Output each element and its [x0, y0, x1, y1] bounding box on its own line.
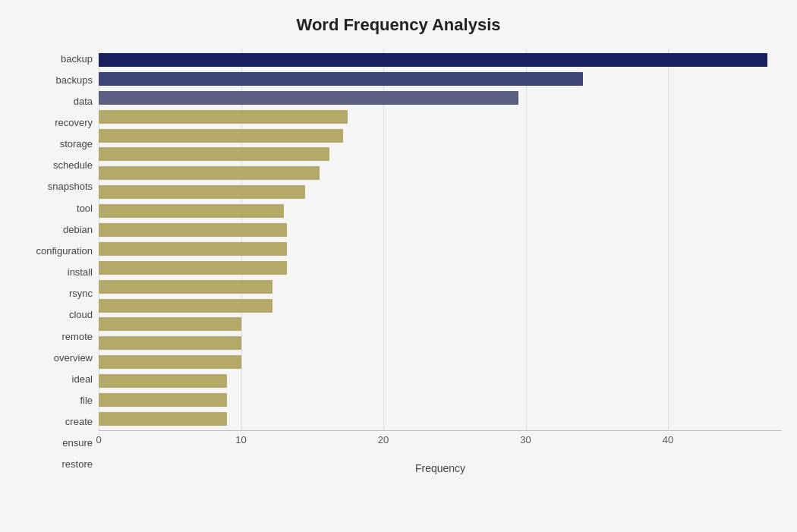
bar-row — [99, 354, 782, 370]
bar — [99, 166, 320, 180]
bar-row — [99, 241, 782, 257]
bar-row — [99, 373, 782, 389]
y-label: storage — [60, 134, 93, 154]
y-label: snapshots — [48, 177, 93, 197]
y-label: schedule — [53, 156, 93, 175]
x-tick: 30 — [520, 434, 531, 445]
y-label: create — [65, 412, 93, 432]
bar-row — [99, 316, 782, 332]
y-label: recovery — [55, 112, 93, 132]
bar — [99, 336, 241, 350]
y-label: ideal — [72, 369, 93, 389]
bar-row — [99, 260, 782, 276]
bar — [99, 242, 287, 256]
x-tick: 20 — [378, 434, 389, 445]
bar-row — [99, 52, 782, 68]
y-label: data — [74, 91, 93, 111]
bar-row — [99, 279, 782, 295]
y-label: backups — [56, 70, 93, 90]
bar — [99, 280, 272, 294]
bar-row — [99, 222, 782, 238]
bar — [99, 204, 284, 218]
x-axis: 010203040 — [99, 430, 782, 461]
bar — [99, 129, 343, 143]
x-tick: 40 — [663, 434, 673, 445]
bar — [99, 53, 767, 67]
y-label: rsync — [69, 284, 93, 304]
bar-row — [99, 335, 782, 351]
y-label: cloud — [69, 305, 93, 325]
y-label: restore — [62, 455, 93, 474]
y-label: backup — [61, 49, 93, 68]
bar — [99, 412, 227, 426]
bar — [99, 261, 287, 275]
bar — [99, 317, 241, 331]
bar — [99, 147, 329, 161]
chart-container: Word Frequency Analysis backupbackupsdat… — [0, 0, 797, 532]
bar — [99, 185, 305, 199]
y-label: tool — [77, 198, 93, 218]
bars-area — [99, 49, 782, 430]
bar-row — [99, 297, 782, 314]
bar-row — [99, 184, 782, 200]
bar-row — [99, 127, 782, 144]
bar — [99, 72, 583, 86]
bar — [99, 299, 272, 313]
bar — [99, 91, 518, 105]
bar-row — [99, 203, 782, 219]
bar-row — [99, 71, 782, 87]
y-label: install — [68, 263, 93, 282]
bar-row — [99, 165, 782, 181]
bar-row — [99, 392, 782, 408]
bar-row — [99, 90, 782, 106]
x-tick: 0 — [96, 434, 101, 445]
y-label: file — [80, 391, 93, 411]
x-tick: 10 — [235, 434, 246, 445]
chart-title: Word Frequency Analysis — [15, 15, 782, 35]
bar — [99, 393, 227, 407]
bar-row — [99, 109, 782, 125]
y-axis-labels: backupbackupsdatarecoverystorageschedule… — [15, 49, 99, 474]
y-label: ensure — [62, 433, 93, 453]
y-label: debian — [63, 219, 93, 239]
bars-list — [99, 49, 782, 430]
bars-and-x: 010203040 Frequency — [99, 49, 782, 474]
y-label: configuration — [36, 241, 93, 260]
bar-row — [99, 146, 782, 162]
bar — [99, 355, 241, 369]
y-label: overview — [54, 348, 93, 367]
y-label: remote — [62, 326, 93, 346]
chart-area: backupbackupsdatarecoverystorageschedule… — [15, 49, 782, 474]
bar — [99, 110, 348, 124]
bar-row — [99, 411, 782, 427]
bar — [99, 374, 227, 388]
x-axis-label: Frequency — [99, 462, 782, 474]
bar — [99, 223, 287, 237]
